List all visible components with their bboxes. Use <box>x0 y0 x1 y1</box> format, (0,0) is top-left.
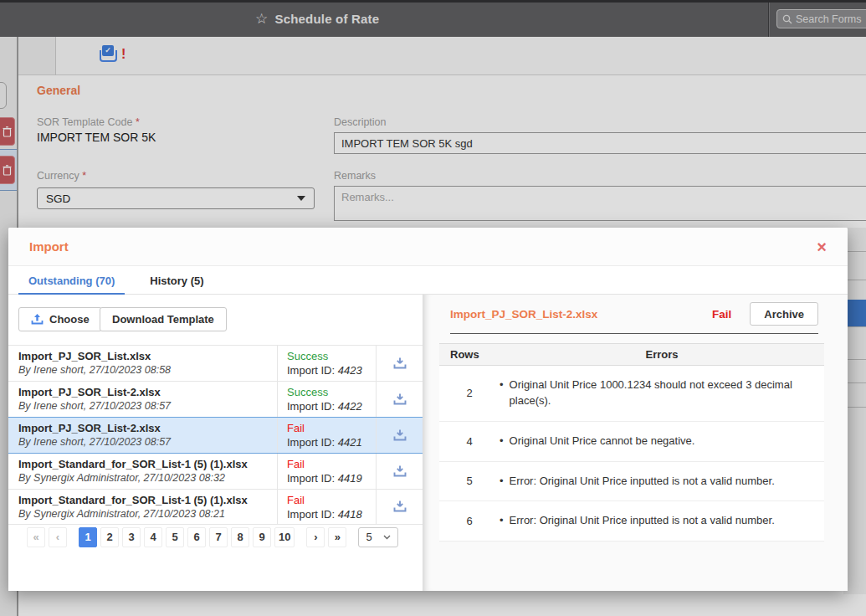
status-badge: Success <box>287 386 376 398</box>
file-name: Import_Standard_for_SOR_List-1 (5) (1).x… <box>18 494 277 506</box>
modal-tabs: Outstanding (70) History (5) <box>8 266 848 295</box>
error-row-number: 5 <box>439 475 500 487</box>
error-message: Original Unit Price 1000.1234 should not… <box>510 377 816 409</box>
bullet-icon: • <box>500 513 504 529</box>
pagination-first-button[interactable]: « <box>27 527 45 547</box>
column-errors: Errors <box>500 348 824 361</box>
screen: ☆ Schedule of Rate <box>0 0 866 616</box>
status-badge: Success <box>287 350 376 362</box>
error-row-number: 4 <box>439 435 500 448</box>
file-byline: By Irene short, 27/10/2023 08:58 <box>18 364 277 376</box>
import-list-panel: Choose Download Template Import_PJ_SOR_L… <box>8 295 423 591</box>
import-modal-header: Import × <box>8 228 848 266</box>
file-name: Import_PJ_SOR_List-2.xlsx <box>18 422 277 434</box>
import-id: Import ID: 4422 <box>287 400 376 413</box>
pagination-page-7[interactable]: 7 <box>209 527 228 547</box>
download-icon[interactable] <box>393 357 407 370</box>
pagination-page-2[interactable]: 2 <box>100 527 119 547</box>
file-byline: By Synergix Administrator, 27/10/2023 08… <box>18 508 277 520</box>
bullet-icon: • <box>500 434 504 449</box>
file-row[interactable]: Import_PJ_SOR_List-2.xlsx By Irene short… <box>8 381 423 417</box>
detail-filename: Import_PJ_SOR_List-2.xlsx <box>450 308 712 321</box>
error-row: 6 •Error: Original Unit Price inputted i… <box>439 501 824 542</box>
error-message: Original Unit Price cannot be negative. <box>510 434 695 449</box>
download-icon[interactable] <box>393 429 407 442</box>
pagination-last-button[interactable]: » <box>328 527 346 547</box>
modal-title: Import <box>29 239 69 254</box>
page-size-select[interactable]: 5 <box>358 527 398 547</box>
error-row-number: 2 <box>439 387 500 399</box>
archive-button[interactable]: Archive <box>750 302 818 326</box>
pagination-page-3[interactable]: 3 <box>122 527 141 547</box>
pagination-page-4[interactable]: 4 <box>144 527 162 547</box>
import-id: Import ID: 4419 <box>287 472 376 485</box>
status-badge: Fail <box>287 422 376 434</box>
pagination: « ‹ 1 2 3 4 5 6 7 8 9 10 › » 5 <box>8 526 423 547</box>
close-icon[interactable]: × <box>817 239 827 255</box>
error-row: 2 •Original Unit Price 1000.1234 should … <box>439 366 824 422</box>
file-row-selected[interactable]: Import_PJ_SOR_List-2.xlsx By Irene short… <box>8 417 423 453</box>
download-icon[interactable] <box>393 501 407 513</box>
status-badge: Fail <box>287 458 376 470</box>
file-row[interactable]: Import_Standard_for_SOR_List-1 (5) (1).x… <box>8 489 423 525</box>
column-rows: Rows <box>439 348 500 361</box>
chevron-down-icon <box>383 535 391 540</box>
file-name: Import_PJ_SOR_List-2.xlsx <box>18 386 277 398</box>
file-row[interactable]: Import_PJ_SOR_List.xlsx By Irene short, … <box>8 345 423 381</box>
download-template-button[interactable]: Download Template <box>100 307 227 331</box>
file-name: Import_Standard_for_SOR_List-1 (5) (1).x… <box>18 458 277 470</box>
error-message: Error: Original Unit Price inputted is n… <box>510 474 775 490</box>
upload-icon <box>31 313 44 326</box>
import-file-table: Import_PJ_SOR_List.xlsx By Irene short, … <box>8 345 423 525</box>
file-row[interactable]: Import_Standard_for_SOR_List-1 (5) (1).x… <box>8 453 423 489</box>
file-byline: By Irene short, 27/10/2023 08:57 <box>18 400 277 412</box>
import-detail-panel: Import_PJ_SOR_List-2.xlsx Fail Archive R… <box>423 295 848 591</box>
page-size-value: 5 <box>366 531 372 543</box>
pagination-page-8[interactable]: 8 <box>231 527 249 547</box>
choose-button[interactable]: Choose <box>18 307 102 331</box>
error-row: 4 •Original Unit Price cannot be negativ… <box>439 422 824 462</box>
import-id: Import ID: 4418 <box>287 508 376 521</box>
error-row: 5 •Error: Original Unit Price inputted i… <box>439 462 824 502</box>
pagination-page-10[interactable]: 10 <box>274 527 295 547</box>
download-icon[interactable] <box>393 465 407 478</box>
import-id: Import ID: 4423 <box>287 364 376 377</box>
tab-outstanding[interactable]: Outstanding (70) <box>18 266 125 295</box>
pagination-page-9[interactable]: 9 <box>253 527 271 547</box>
download-icon[interactable] <box>393 393 407 406</box>
bullet-icon: • <box>500 377 504 409</box>
file-name: Import_PJ_SOR_List.xlsx <box>18 350 277 362</box>
pagination-prev-button[interactable]: ‹ <box>49 527 67 547</box>
import-id: Import ID: 4421 <box>287 436 376 449</box>
status-badge: Fail <box>287 494 376 506</box>
error-message: Error: Original Unit Price inputted is n… <box>510 513 775 529</box>
import-modal: Import × Outstanding (70) History (5) Ch… <box>8 228 848 591</box>
tab-history[interactable]: History (5) <box>140 266 213 295</box>
pagination-page-1[interactable]: 1 <box>79 527 97 547</box>
errors-table: Rows Errors 2 •Original Unit Price 1000.… <box>439 343 824 542</box>
file-byline: By Irene short, 27/10/2023 08:57 <box>18 436 277 448</box>
detail-status-badge: Fail <box>712 308 731 321</box>
pagination-next-button[interactable]: › <box>306 527 325 547</box>
errors-table-header: Rows Errors <box>439 343 824 366</box>
bullet-icon: • <box>500 474 504 490</box>
detail-divider <box>450 333 818 334</box>
detail-header: Import_PJ_SOR_List-2.xlsx Fail Archive <box>450 301 837 326</box>
pagination-page-6[interactable]: 6 <box>187 527 206 547</box>
error-row-number: 6 <box>439 515 500 527</box>
file-byline: By Synergix Administrator, 27/10/2023 08… <box>18 472 277 484</box>
pagination-page-5[interactable]: 5 <box>166 527 184 547</box>
